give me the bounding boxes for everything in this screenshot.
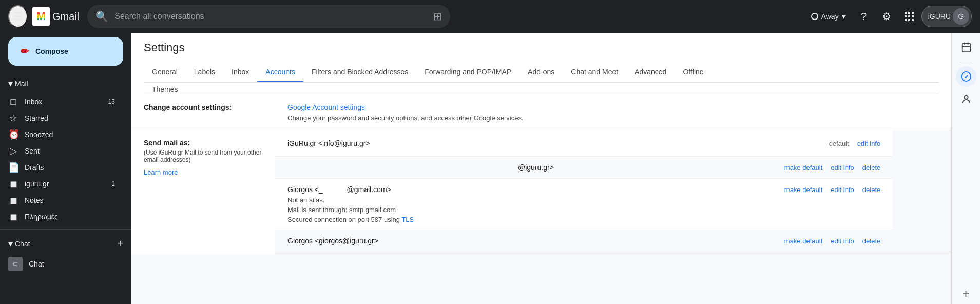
inbox-count: 13 [108, 98, 115, 105]
alias-3-email: Giorgos <_ @gmail.com> [287, 185, 391, 194]
add-widget-button[interactable]: + [956, 283, 976, 304]
alias-2-make-default-link[interactable]: make default [784, 164, 822, 172]
iguru-icon: ◼ [8, 178, 18, 189]
payments-icon: ◼ [8, 211, 18, 222]
alias-3-make-default-link[interactable]: make default [784, 186, 822, 194]
mail-section-header[interactable]: ▾ Mail [0, 74, 131, 93]
change-account-value-cell: Google Account settings Change your pass… [275, 94, 893, 130]
calendar-icon[interactable] [956, 37, 976, 58]
google-account-settings-link[interactable]: Google Account settings [287, 103, 365, 111]
sidebar-item-snoozed[interactable]: ⏰ Snoozed [0, 126, 123, 143]
change-account-label: Change account settings: [144, 103, 232, 111]
tab-filters[interactable]: Filters and Blocked Addresses [303, 63, 416, 83]
apps-button[interactable] [899, 6, 919, 27]
alias-3-info: Giorgos <_ @gmail.com> Not an alias. Mai… [287, 185, 784, 223]
sidebar: ✏ Compose ▾ Mail □ Inbox 13 ☆ Starred ⏰ … [0, 33, 131, 304]
help-button[interactable]: ? [854, 6, 874, 27]
learn-more-link[interactable]: Learn more [144, 168, 178, 176]
contacts-icon[interactable] [956, 89, 976, 109]
tab-chat-meet[interactable]: Chat and Meet [563, 63, 626, 83]
user-name-label: iGURU [928, 12, 951, 21]
chat-box-icon: □ [8, 257, 23, 271]
mail-chevron-icon: ▾ [8, 78, 13, 89]
sidebar-item-notes[interactable]: ◼ Notes [0, 192, 123, 208]
mail-section-label: Mail [15, 80, 28, 88]
compose-label: Compose [35, 47, 68, 55]
page-title: Settings [144, 41, 939, 54]
sent-label: Sent [25, 147, 115, 155]
alias-2-delete-link[interactable]: delete [862, 164, 880, 172]
settings-button[interactable]: ⚙ [876, 6, 897, 27]
sidebar-item-inbox[interactable]: □ Inbox 13 [0, 93, 123, 110]
content-area: Settings General Labels Inbox Accounts F… [131, 33, 951, 304]
svg-rect-5 [912, 15, 914, 17]
payments-label: Πληρωμές [25, 213, 115, 221]
send-mail-as-row: Send mail as: (Use iGuRu.gr Mail to send… [131, 130, 951, 252]
alias-row-1: iGuRu.gr <info@iguru.gr> default edit in… [275, 130, 893, 157]
away-circle-icon [811, 13, 818, 20]
alias-2-email: @iguru.gr> [518, 163, 554, 172]
tab-advanced[interactable]: Advanced [626, 63, 675, 83]
search-input[interactable] [114, 12, 433, 21]
alias-1-info: iGuRu.gr <info@iguru.gr> [287, 139, 829, 148]
sidebar-item-drafts[interactable]: 📄 Drafts [0, 159, 123, 176]
drafts-icon: 📄 [8, 162, 18, 173]
tls-link[interactable]: TLS [401, 216, 414, 223]
settings-tabs: General Labels Inbox Accounts Filters an… [144, 63, 939, 83]
tab-labels[interactable]: Labels [186, 63, 223, 83]
svg-rect-3 [905, 15, 907, 17]
svg-rect-2 [912, 12, 914, 14]
chat-section-header[interactable]: ▾ Chat + [0, 234, 131, 254]
gmail-logo: M Gmail [32, 7, 79, 26]
alias-3-delete-link[interactable]: delete [862, 186, 880, 194]
sent-icon: ▷ [8, 145, 18, 157]
chat-chevron-icon: ▾ [8, 238, 13, 250]
menu-icon[interactable]: ☰ [8, 5, 28, 28]
svg-rect-1 [908, 12, 910, 14]
sidebar-item-sent[interactable]: ▷ Sent [0, 143, 123, 159]
away-button[interactable]: Away ▾ [805, 8, 852, 25]
search-options-icon[interactable]: ⊞ [433, 10, 442, 23]
chat-add-icon[interactable]: + [117, 238, 123, 250]
sidebar-item-iguru[interactable]: ◼ iguru.gr 1 [0, 176, 123, 192]
alias-4-delete-link[interactable]: delete [862, 237, 880, 245]
alias-1-edit-info-link[interactable]: edit info [857, 140, 881, 147]
send-mail-as-label: Send mail as: [144, 139, 263, 147]
alias-4-actions: make default edit info delete [784, 237, 880, 245]
starred-icon: ☆ [8, 112, 18, 124]
svg-rect-6 [905, 19, 907, 21]
tasks-icon[interactable] [956, 66, 976, 87]
svg-point-14 [964, 96, 968, 99]
sidebar-item-payments[interactable]: ◼ Πληρωμές [0, 208, 123, 225]
right-strip: + [951, 33, 980, 304]
iguru-count: 1 [111, 180, 115, 187]
alias-4-edit-info-link[interactable]: edit info [831, 237, 854, 245]
tab-offline[interactable]: Offline [675, 63, 712, 83]
user-account-button[interactable]: iGURU G [921, 6, 972, 27]
alias-3-edit-info-link[interactable]: edit info [831, 186, 854, 194]
alias-3-smtp: Mail is sent through: smtp.gmail.com [287, 206, 784, 214]
tab-addons[interactable]: Add-ons [520, 63, 563, 83]
notes-icon: ◼ [8, 195, 18, 206]
alias-2-edit-info-link[interactable]: edit info [831, 164, 854, 172]
send-mail-value-cell: iGuRu.gr <info@iguru.gr> default edit in… [275, 130, 893, 252]
svg-rect-8 [912, 19, 914, 21]
tab-accounts[interactable]: Accounts [257, 63, 303, 83]
alias-4-make-default-link[interactable]: make default [784, 237, 822, 245]
send-mail-as-sublabel: (Use iGuRu.gr Mail to send from your oth… [144, 149, 263, 163]
change-account-row: Change account settings: Google Account … [131, 94, 951, 130]
sidebar-item-chat[interactable]: □ Chat [0, 254, 123, 274]
away-chevron-icon: ▾ [842, 12, 846, 21]
svg-rect-7 [908, 19, 910, 21]
chat-section-label: Chat [15, 240, 30, 248]
alias-1-email: iGuRu.gr <info@iguru.gr> [287, 139, 370, 147]
settings-table: Change account settings: Google Account … [131, 94, 951, 252]
compose-button[interactable]: ✏ Compose [8, 37, 123, 66]
right-strip-divider [960, 62, 972, 62]
compose-pencil-icon: ✏ [21, 45, 29, 58]
sidebar-item-starred[interactable]: ☆ Starred [0, 110, 123, 126]
tab-forwarding[interactable]: Forwarding and POP/IMAP [416, 63, 520, 83]
tab-inbox[interactable]: Inbox [223, 63, 257, 83]
gmail-wordmark: Gmail [52, 11, 79, 23]
away-label: Away [821, 12, 839, 21]
